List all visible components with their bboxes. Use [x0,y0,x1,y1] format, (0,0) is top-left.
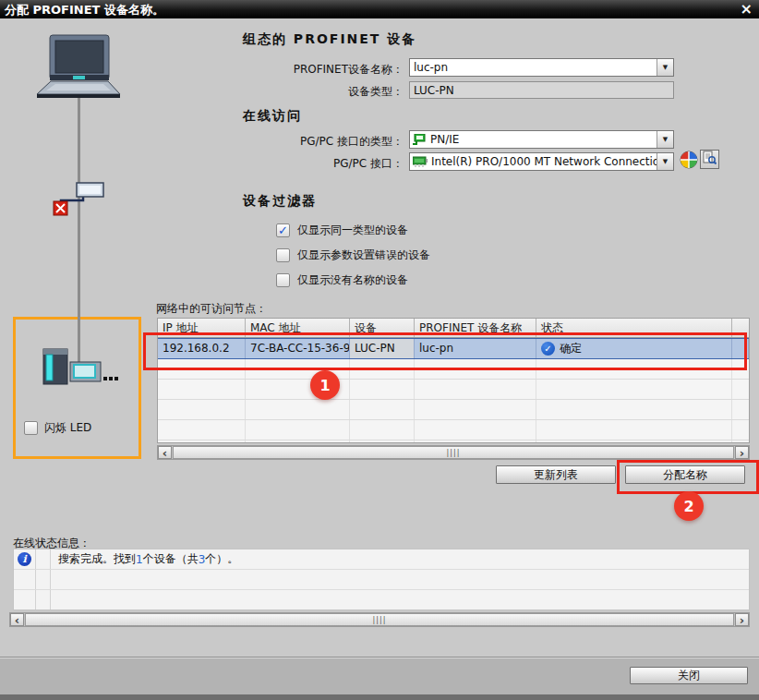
status-row: i 搜索完成。找到 1 个设备（共 3 个）。 [14,549,749,570]
flash-led-label: 闪烁 LED [44,420,91,436]
device-type-label: 设备类型： [185,84,404,100]
interface-label: PG/PC 接口： [185,156,404,172]
col-device: 设备 [350,319,415,337]
scroll-right-button[interactable]: › [735,613,749,626]
empty-row [158,441,749,443]
scrollbar-thumb[interactable]: |||| [25,613,734,626]
empty-row [158,359,749,380]
filter-same-type-option[interactable]: ✓ 仅显示同一类型的设备 [276,223,408,238]
pn-ie-icon [413,134,427,146]
col-profinet-name: PROFINET 设备名称 [415,319,536,337]
status-hscrollbar[interactable]: ‹ |||| › [9,612,750,627]
cell-profinet-name: luc-pn [415,339,536,358]
table-header-row: IP 地址 MAC 地址 设备 PROFINET 设备名称 状态 [158,319,749,338]
laptop-icon [37,35,120,98]
close-button[interactable]: 关闭 [630,667,748,684]
dialog-title: 分配 PROFINET 设备名称。 [0,1,164,19]
cell-mac: 7C-BA-CC-15-36-90 [246,339,350,358]
accessible-nodes-table: IP 地址 MAC 地址 设备 PROFINET 设备名称 状态 192.168… [157,318,750,443]
grip-icon: |||| [447,449,461,457]
assign-profinet-name-dialog: 分配 PROFINET 设备名称。 × [0,0,759,700]
empty-status-row [14,590,749,610]
network-cable [78,96,80,366]
update-list-button[interactable]: 更新列表 [496,465,616,484]
empty-row [158,420,749,441]
scrollbar-thumb[interactable]: |||| [173,446,734,459]
info-icon: i [18,552,31,566]
device-type-field: LUC-PN [409,81,674,99]
nodes-table-label: 网络中的可访问节点： [156,301,267,317]
col-ip: IP 地址 [158,319,246,337]
scroll-right-button[interactable]: › [735,446,749,459]
empty-status-row [14,570,749,590]
table-hscrollbar[interactable]: ‹ |||| › [157,445,750,460]
interface-type-label: PG/PC 接口的类型： [185,134,404,150]
plc-device-icon [43,349,118,384]
filter-no-name-label: 仅显示没有名称的设备 [297,272,408,288]
filter-same-type-label: 仅显示同一类型的设备 [297,223,408,238]
profinet-name-combobox[interactable]: luc-pn ▼ [409,58,674,77]
cell-status: ✓ 确定 [536,339,732,358]
network-card-icon [413,156,428,167]
filter-same-type-checkbox[interactable]: ✓ [276,223,290,237]
empty-row [158,380,749,400]
filter-bad-params-label: 仅显示参数设置错误的设备 [297,247,430,263]
assign-name-button[interactable]: 分配名称 [625,465,745,484]
status-ok-icon: ✓ [541,342,555,356]
col-status: 状态 [536,319,732,337]
interface-type-value: PN/IE [427,133,657,146]
grip-icon: |||| [373,616,387,624]
status-message-list: i 搜索完成。找到 1 个设备（共 3 个）。 [13,549,750,610]
scroll-left-button[interactable]: ‹ [10,613,24,626]
interface-combobox[interactable]: Intel(R) PRO/1000 MT Network Connection … [409,152,674,171]
chevron-down-icon[interactable]: ▼ [657,59,673,76]
search-icon [703,151,717,168]
interface-value: Intel(R) PRO/1000 MT Network Connection [428,155,657,168]
status-message: 搜索完成。找到 1 个设备（共 3 个）。 [51,549,749,569]
cell-ip: 192.168.0.2 [158,339,246,358]
flash-led-checkbox[interactable] [24,421,38,435]
empty-row [158,400,749,420]
status-text: 确定 [560,341,582,356]
close-icon[interactable]: × [741,0,753,18]
configured-device-heading: 组态的 PROFINET 设备 [243,31,416,48]
scroll-left-button[interactable]: ‹ [158,446,172,459]
filter-no-name-option[interactable]: 仅显示没有名称的设备 [276,272,408,288]
profinet-name-value: luc-pn [410,61,657,74]
cell-device: LUC-PN [350,339,415,358]
table-row[interactable]: 192.168.0.2 7C-BA-CC-15-36-90 LUC-PN luc… [158,338,749,359]
interface-type-combobox[interactable]: PN/IE ▼ [409,130,674,149]
window-bottom-edge [0,694,759,700]
profinet-name-label: PROFINET设备名称： [185,62,404,78]
flash-led-option[interactable]: 闪烁 LED [24,420,91,436]
ellipsis-dots [103,377,118,380]
online-access-heading: 在线访问 [243,108,302,125]
network-topology-art [0,18,157,489]
filter-no-name-checkbox[interactable] [276,273,290,287]
col-mac: MAC 地址 [246,319,350,337]
chevron-down-icon[interactable]: ▼ [657,131,673,148]
search-devices-button[interactable] [700,150,719,169]
filter-bad-params-option[interactable]: 仅显示参数设置错误的设备 [276,247,430,263]
security-shield-icon [680,151,698,173]
filter-bad-params-checkbox[interactable] [276,248,290,262]
checkmark-icon: ✓ [278,224,288,236]
device-filter-heading: 设备过滤器 [243,193,317,210]
annotation-badge-2: 2 [674,491,704,521]
titlebar[interactable]: 分配 PROFINET 设备名称。 × [0,0,759,18]
chevron-down-icon[interactable]: ▼ [657,153,673,170]
